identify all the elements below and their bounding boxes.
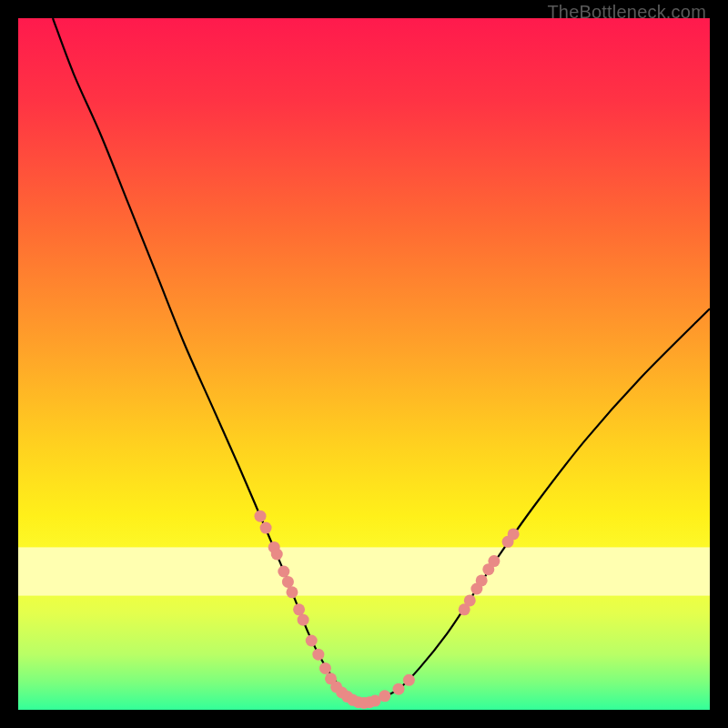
plot-area	[18, 18, 710, 710]
bottom-dots-dot	[379, 690, 390, 702]
curve-layer	[18, 18, 710, 710]
left-segment-dots-dot	[298, 614, 309, 626]
marker-group	[255, 511, 520, 709]
left-segment-dots-dot	[293, 603, 305, 615]
left-segment-dots-dot	[319, 662, 331, 674]
chart-frame	[18, 18, 710, 710]
left-segment-dots-dot	[278, 566, 289, 578]
bottleneck-curve	[53, 18, 710, 703]
left-segment-dots-dot	[282, 576, 294, 588]
right-segment-dots-dot	[488, 555, 500, 567]
right-segment-dots-dot	[476, 574, 488, 586]
right-segment-dots-dot	[508, 528, 520, 540]
left-segment-dots-dot	[306, 635, 318, 647]
left-segment-dots-dot	[286, 586, 298, 598]
bottom-dots-dot	[403, 674, 415, 686]
left-segment-dots-dot	[312, 649, 324, 661]
left-segment-dots-dot	[260, 522, 272, 534]
left-segment-dots-dot	[255, 511, 267, 522]
right-segment-dots-dot	[464, 594, 476, 606]
attribution-text: TheBottleneck.com	[547, 2, 706, 23]
left-segment-dots-dot	[271, 549, 283, 561]
bottom-dots-dot	[393, 683, 405, 695]
